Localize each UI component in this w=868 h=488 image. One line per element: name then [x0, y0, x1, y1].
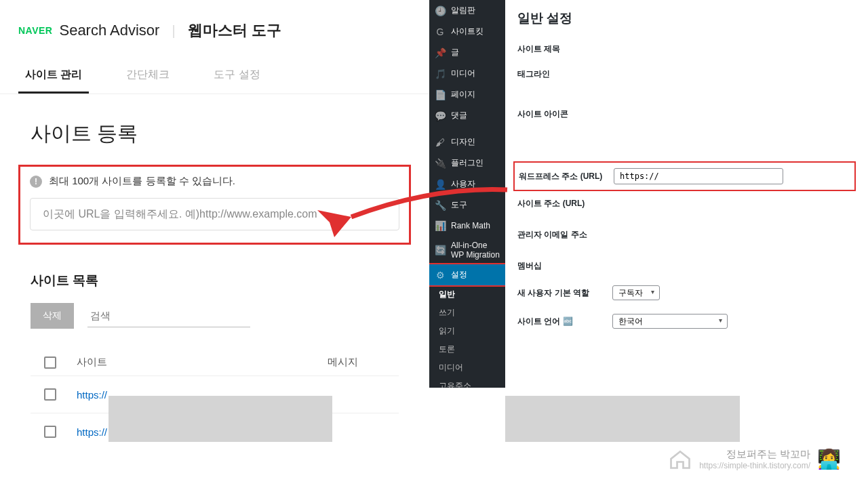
list-controls: 삭제: [0, 303, 429, 329]
delete-button[interactable]: 삭제: [31, 303, 74, 329]
label-site-url: 사이트 주소 (URL): [517, 198, 612, 209]
search-input[interactable]: [87, 304, 250, 327]
watermark-logo-icon: [668, 447, 692, 471]
webmaster-title: 웹마스터 도구: [188, 20, 281, 41]
th-site: 사이트: [77, 356, 307, 369]
sidebar-item-label: 페이지: [451, 89, 475, 100]
row-site-icon: 사이트 아이콘: [517, 87, 856, 141]
th-message: 메시지: [328, 356, 358, 369]
label-wp-url: 워드프레스 주소 (URL): [519, 171, 614, 182]
tab-simple-check[interactable]: 간단체크: [119, 61, 176, 94]
plugin-icon: 🔌: [435, 158, 446, 169]
submenu-general[interactable]: 일반: [429, 285, 505, 304]
sidebar-item-appearance[interactable]: 🖌디자인: [429, 131, 505, 152]
watermark-title: 정보퍼주는 박꼬마: [699, 448, 810, 461]
sidebar-item-label: 알림판: [451, 5, 475, 16]
row-membership: 멤버십: [517, 253, 856, 279]
row-admin-email: 관리자 이메일 주소: [517, 216, 856, 253]
submenu-writing[interactable]: 쓰기: [429, 304, 505, 322]
select-all-checkbox[interactable]: [44, 357, 56, 369]
sidebar-item-label: 댓글: [451, 110, 467, 121]
migration-icon: 🔄: [435, 245, 446, 256]
row-default-role: 새 사용자 기본 역할 구독자: [517, 279, 856, 307]
naver-search-advisor-panel: NAVER Search Advisor | 웹마스터 도구 사이트 관리 간단…: [0, 0, 429, 488]
info-text: 최대 100개 사이트를 등록할 수 있습니다.: [49, 175, 235, 188]
row-checkbox[interactable]: [44, 426, 56, 438]
sidebar-item-label: 디자인: [451, 136, 475, 148]
watermark: 정보퍼주는 박꼬마 https://simple-think.tistory.c…: [668, 447, 841, 471]
brush-icon: 🖌: [435, 137, 446, 148]
sidebar-item-pages[interactable]: 📄페이지: [429, 84, 505, 105]
row-wp-url: 워드프레스 주소 (URL): [513, 161, 856, 191]
wp-url-input[interactable]: [614, 168, 783, 184]
submenu-reading[interactable]: 읽기: [429, 322, 505, 340]
wp-heading: 일반 설정: [505, 0, 868, 37]
site-link[interactable]: https://: [77, 426, 107, 438]
translate-icon: 🔤: [563, 317, 573, 326]
sidebar-item-label: 미디어: [451, 68, 475, 79]
page-icon: 📄: [435, 89, 446, 100]
label-site-title: 사이트 제목: [517, 43, 612, 55]
watermark-text: 정보퍼주는 박꼬마 https://simple-think.tistory.c…: [699, 448, 810, 470]
tab-tool-settings[interactable]: 도구 설정: [207, 61, 267, 94]
label-tagline: 태그라인: [517, 68, 612, 80]
watermark-url: https://simple-think.tistory.com/: [699, 461, 810, 470]
info-icon: !: [30, 176, 42, 188]
tabs: 사이트 관리 간단체크 도구 설정: [0, 54, 429, 94]
redacted-block: [108, 396, 332, 442]
sidebar-item-plugins[interactable]: 🔌플러그인: [429, 152, 505, 174]
submenu-permalinks[interactable]: 고유주소: [429, 377, 505, 388]
submenu-discussion[interactable]: 토론: [429, 340, 505, 359]
comment-icon: 💬: [435, 110, 446, 121]
sidebar-item-dashboard[interactable]: 🕘알림판: [429, 0, 505, 21]
label-admin-email: 관리자 이메일 주소: [517, 229, 612, 241]
site-link[interactable]: https://: [77, 389, 107, 401]
sidebar-item-comments[interactable]: 💬댓글: [429, 105, 505, 126]
gear-icon: ⚙: [435, 270, 446, 281]
submenu-media[interactable]: 미디어: [429, 359, 505, 377]
table-header: 사이트 메시지: [31, 349, 399, 375]
sidebar-item-label: 설정: [451, 269, 467, 281]
sitekit-icon: G: [435, 26, 446, 37]
sidebar-item-media[interactable]: 🎵미디어: [429, 63, 505, 84]
row-site-url: 사이트 주소 (URL): [517, 191, 856, 216]
redacted-block-right: [505, 396, 740, 442]
sidebar-item-label: 사이트킷: [451, 26, 484, 37]
row-site-title: 사이트 제목: [517, 37, 856, 62]
label-site-lang: 사이트 언어 🔤: [517, 316, 612, 327]
naver-logo: NAVER: [18, 25, 52, 36]
annotation-arrow: [311, 183, 514, 244]
dashboard-icon: 🕘: [435, 5, 446, 16]
wp-settings-form: 사이트 제목 태그라인 사이트 아이콘 워드프레스 주소 (URL) 사이트 주…: [505, 37, 868, 336]
media-icon: 🎵: [435, 68, 446, 79]
sidebar-item-label: 플러그인: [451, 157, 484, 169]
pin-icon: 📌: [435, 47, 446, 58]
row-checkbox[interactable]: [44, 388, 56, 401]
label-site-icon: 사이트 아이콘: [517, 108, 612, 120]
sidebar-item-posts[interactable]: 📌글: [429, 42, 505, 63]
divider: |: [172, 23, 175, 39]
row-tagline: 태그라인: [517, 62, 856, 87]
tab-site-manage[interactable]: 사이트 관리: [18, 61, 89, 94]
site-lang-select[interactable]: 한국어: [612, 314, 728, 329]
label-membership: 멤버십: [517, 260, 612, 272]
watermark-avatar-icon: 👩‍💻: [817, 448, 841, 470]
wp-content: 일반 설정 사이트 제목 태그라인 사이트 아이콘 워드프레스 주소 (URL)…: [505, 0, 868, 388]
label-default-role: 새 사용자 기본 역할: [517, 287, 612, 299]
naver-header: NAVER Search Advisor | 웹마스터 도구: [0, 0, 429, 54]
sidebar-item-label: 글: [451, 47, 459, 58]
sidebar-item-sitekit[interactable]: G사이트킷: [429, 21, 505, 42]
site-list-title: 사이트 목록: [0, 245, 429, 303]
page-title: 사이트 등록: [0, 94, 429, 165]
default-role-select[interactable]: 구독자: [612, 285, 660, 300]
search-advisor-title: Search Advisor: [59, 22, 159, 39]
row-site-lang: 사이트 언어 🔤 한국어: [517, 307, 856, 336]
sidebar-item-settings[interactable]: ⚙설정: [429, 263, 505, 287]
